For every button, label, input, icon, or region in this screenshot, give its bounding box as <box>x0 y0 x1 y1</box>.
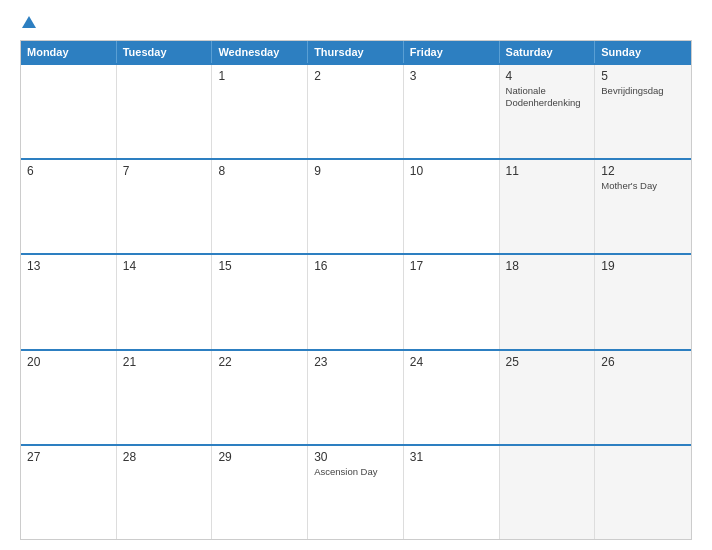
calendar-week-1: 1234Nationale Dodenherdenking5Bevrijding… <box>21 63 691 158</box>
calendar-cell: 16 <box>308 255 404 348</box>
day-number: 12 <box>601 164 685 178</box>
header <box>20 18 692 30</box>
calendar-cell: 3 <box>404 65 500 158</box>
day-number: 9 <box>314 164 397 178</box>
day-number: 18 <box>506 259 589 273</box>
calendar-cell: 11 <box>500 160 596 253</box>
calendar-cell: 29 <box>212 446 308 539</box>
day-number: 2 <box>314 69 397 83</box>
day-number: 17 <box>410 259 493 273</box>
day-number: 10 <box>410 164 493 178</box>
day-number: 27 <box>27 450 110 464</box>
calendar-cell <box>21 65 117 158</box>
calendar-cell: 5Bevrijdingsdag <box>595 65 691 158</box>
calendar-cell: 9 <box>308 160 404 253</box>
calendar-cell: 12Mother's Day <box>595 160 691 253</box>
calendar-header-tuesday: Tuesday <box>117 41 213 63</box>
calendar-cell <box>500 446 596 539</box>
event-label: Nationale Dodenherdenking <box>506 85 589 110</box>
calendar: MondayTuesdayWednesdayThursdayFridaySatu… <box>20 40 692 540</box>
calendar-cell: 24 <box>404 351 500 444</box>
calendar-cell: 27 <box>21 446 117 539</box>
calendar-header-wednesday: Wednesday <box>212 41 308 63</box>
day-number: 22 <box>218 355 301 369</box>
calendar-week-4: 20212223242526 <box>21 349 691 444</box>
day-number: 1 <box>218 69 301 83</box>
calendar-cell: 15 <box>212 255 308 348</box>
calendar-cell: 23 <box>308 351 404 444</box>
calendar-cell: 1 <box>212 65 308 158</box>
day-number: 7 <box>123 164 206 178</box>
calendar-header: MondayTuesdayWednesdayThursdayFridaySatu… <box>21 41 691 63</box>
event-label: Mother's Day <box>601 180 685 192</box>
calendar-cell: 6 <box>21 160 117 253</box>
calendar-cell: 20 <box>21 351 117 444</box>
day-number: 20 <box>27 355 110 369</box>
day-number: 6 <box>27 164 110 178</box>
calendar-cell: 10 <box>404 160 500 253</box>
calendar-cell <box>595 446 691 539</box>
day-number: 21 <box>123 355 206 369</box>
calendar-cell: 30Ascension Day <box>308 446 404 539</box>
calendar-cell: 13 <box>21 255 117 348</box>
calendar-header-saturday: Saturday <box>500 41 596 63</box>
day-number: 28 <box>123 450 206 464</box>
page: MondayTuesdayWednesdayThursdayFridaySatu… <box>0 0 712 550</box>
calendar-cell: 25 <box>500 351 596 444</box>
day-number: 23 <box>314 355 397 369</box>
calendar-cell: 26 <box>595 351 691 444</box>
calendar-week-5: 27282930Ascension Day31 <box>21 444 691 539</box>
calendar-cell: 7 <box>117 160 213 253</box>
calendar-cell: 14 <box>117 255 213 348</box>
day-number: 24 <box>410 355 493 369</box>
calendar-cell: 28 <box>117 446 213 539</box>
calendar-body: 1234Nationale Dodenherdenking5Bevrijding… <box>21 63 691 539</box>
calendar-header-thursday: Thursday <box>308 41 404 63</box>
day-number: 15 <box>218 259 301 273</box>
calendar-cell: 18 <box>500 255 596 348</box>
calendar-header-sunday: Sunday <box>595 41 691 63</box>
day-number: 31 <box>410 450 493 464</box>
day-number: 3 <box>410 69 493 83</box>
calendar-cell: 19 <box>595 255 691 348</box>
calendar-cell <box>117 65 213 158</box>
day-number: 11 <box>506 164 589 178</box>
day-number: 8 <box>218 164 301 178</box>
calendar-cell: 21 <box>117 351 213 444</box>
day-number: 16 <box>314 259 397 273</box>
day-number: 4 <box>506 69 589 83</box>
calendar-week-2: 6789101112Mother's Day <box>21 158 691 253</box>
event-label: Ascension Day <box>314 466 397 478</box>
day-number: 13 <box>27 259 110 273</box>
event-label: Bevrijdingsdag <box>601 85 685 97</box>
logo-triangle-icon <box>22 16 36 28</box>
calendar-cell: 17 <box>404 255 500 348</box>
calendar-cell: 22 <box>212 351 308 444</box>
day-number: 14 <box>123 259 206 273</box>
day-number: 5 <box>601 69 685 83</box>
calendar-cell: 31 <box>404 446 500 539</box>
day-number: 19 <box>601 259 685 273</box>
day-number: 25 <box>506 355 589 369</box>
day-number: 29 <box>218 450 301 464</box>
calendar-header-monday: Monday <box>21 41 117 63</box>
day-number: 30 <box>314 450 397 464</box>
logo <box>20 18 36 30</box>
calendar-cell: 8 <box>212 160 308 253</box>
calendar-cell: 2 <box>308 65 404 158</box>
calendar-header-friday: Friday <box>404 41 500 63</box>
day-number: 26 <box>601 355 685 369</box>
calendar-week-3: 13141516171819 <box>21 253 691 348</box>
calendar-cell: 4Nationale Dodenherdenking <box>500 65 596 158</box>
